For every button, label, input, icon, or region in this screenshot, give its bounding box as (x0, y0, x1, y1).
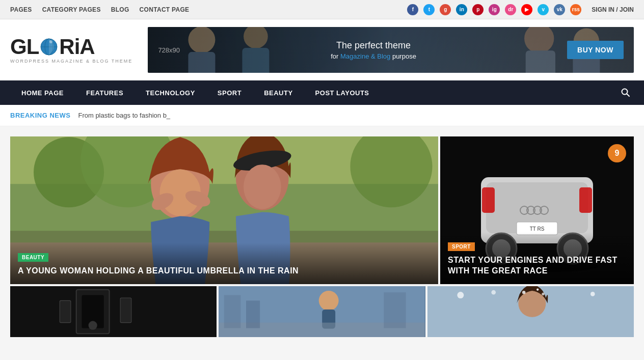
logo-tagline: WORDPRESS MAGAZINE & BLOG THEME (10, 59, 132, 64)
bottom-card-3[interactable] (427, 286, 634, 337)
logo-globe-icon (40, 38, 58, 56)
nav-beauty[interactable]: BEAUTY (253, 80, 304, 105)
pinterest-icon[interactable]: p (472, 4, 484, 15)
svg-point-3 (49, 40, 52, 43)
logo-gl: GL (10, 36, 39, 58)
featured-large-category: BEAUTY (18, 253, 48, 262)
twitter-icon[interactable]: t (423, 4, 435, 15)
svg-point-63 (522, 291, 525, 294)
header: GL RiA WORDPRESS MAGAZINE & BLOG THEME (0, 19, 644, 80)
banner-purpose: purpose (392, 52, 416, 60)
svg-point-61 (591, 292, 595, 296)
banner-subtext: for Magazine & Blog purpose (331, 52, 416, 60)
logo-text: GL RiA (10, 36, 132, 58)
svg-rect-55 (246, 300, 260, 328)
google-plus-icon[interactable]: g (440, 4, 451, 15)
main-content: BEAUTY A YOUNG WOMAN HOLDING A BEAUTIFUL… (0, 126, 644, 347)
nav-sport[interactable]: SPORT (206, 80, 253, 105)
nav-post-layouts[interactable]: POST LAYOUTS (304, 80, 381, 105)
top-bar: PAGES CATEGORY PAGES BLOG CONTACT PAGE f… (0, 0, 644, 19)
number-badge: 9 (608, 144, 626, 162)
nav-blog[interactable]: BLOG (111, 6, 129, 13)
nav-technology[interactable]: TECHNOLOGY (135, 80, 206, 105)
featured-grid: BEAUTY A YOUNG WOMAN HOLDING A BEAUTIFUL… (10, 136, 634, 284)
svg-rect-44 (10, 286, 217, 337)
signin-link[interactable]: SIGN IN / JOIN (592, 6, 634, 13)
banner-content: 728x90 The perfect theme for Magazine & … (148, 40, 634, 60)
top-bar-links: PAGES CATEGORY PAGES BLOG CONTACT PAGE (10, 6, 397, 13)
nav-contact-page[interactable]: CONTACT PAGE (140, 6, 190, 13)
vk-icon[interactable]: vk (554, 4, 565, 15)
nav-home[interactable]: HOME PAGE (10, 80, 75, 105)
banner-headline: The perfect theme (331, 40, 416, 51)
dribbble-icon[interactable]: dr (505, 4, 516, 15)
svg-rect-31 (482, 187, 495, 213)
bottom-grid (10, 286, 634, 337)
main-nav: HOME PAGE FEATURES TECHNOLOGY SPORT BEAU… (0, 80, 644, 105)
svg-point-59 (491, 290, 496, 295)
banner-highlight: Magazine & Blog (340, 52, 390, 60)
svg-rect-32 (579, 187, 592, 213)
svg-rect-49 (120, 298, 131, 323)
facebook-icon[interactable]: f (407, 4, 418, 15)
nav-features[interactable]: FEATURES (75, 80, 135, 105)
breaking-news-text: From plastic bags to fashion b_ (78, 112, 170, 119)
svg-rect-56 (384, 292, 406, 328)
svg-point-65 (542, 293, 544, 295)
nav-category-pages[interactable]: CATEGORY PAGES (42, 6, 101, 13)
featured-large-overlay: BEAUTY A YOUNG WOMAN HOLDING A BEAUTIFUL… (10, 243, 438, 284)
breaking-news-bar: BREAKING NEWS From plastic bags to fashi… (0, 105, 644, 126)
featured-large-card[interactable]: BEAUTY A YOUNG WOMAN HOLDING A BEAUTIFUL… (10, 136, 438, 284)
svg-point-51 (319, 291, 339, 311)
social-icons: f t g in p ig dr ▶ v vk rss (407, 4, 581, 15)
nav-pages[interactable]: PAGES (10, 6, 32, 13)
svg-point-47 (88, 321, 97, 329)
buy-now-button[interactable]: BUY NOW (567, 41, 624, 59)
bottom-card-2[interactable] (219, 286, 425, 337)
nav-links: HOME PAGE FEATURES TECHNOLOGY SPORT BEAU… (10, 80, 618, 105)
logo-ria: RiA (59, 36, 94, 58)
youtube-icon[interactable]: ▶ (521, 4, 532, 15)
rss-icon[interactable]: rss (570, 4, 581, 15)
featured-side-card[interactable]: TT RS 9 SPORT START YOU (440, 136, 634, 284)
vimeo-icon[interactable]: v (538, 4, 549, 15)
logo[interactable]: GL RiA WORDPRESS MAGAZINE & BLOG THEME (10, 36, 132, 64)
instagram-icon[interactable]: ig (489, 4, 500, 15)
search-button[interactable] (618, 85, 634, 101)
banner-size: 728x90 (158, 46, 180, 54)
bottom-card-3-image (427, 286, 634, 337)
svg-line-13 (627, 94, 630, 97)
svg-text:TT RS: TT RS (530, 226, 545, 232)
featured-side-category: SPORT (448, 242, 475, 251)
bottom-card-1[interactable] (10, 286, 217, 337)
featured-side-overlay: SPORT START YOUR ENGINES AND DRIVE FAST … (440, 232, 634, 284)
breaking-news-label: BREAKING NEWS (10, 112, 70, 119)
svg-rect-54 (224, 295, 240, 328)
bottom-card-2-image (219, 286, 425, 337)
svg-point-58 (457, 292, 464, 298)
svg-point-27 (244, 164, 281, 209)
featured-side-title: START YOUR ENGINES AND DRIVE FAST WITH T… (448, 255, 626, 276)
linkedin-icon[interactable]: in (456, 4, 467, 15)
bottom-card-1-image (10, 286, 217, 337)
banner-text: The perfect theme for Magazine & Blog pu… (331, 40, 416, 60)
featured-large-title: A YOUNG WOMAN HOLDING A BEAUTIFUL UMBREL… (18, 266, 431, 276)
banner-ad: 728x90 The perfect theme for Magazine & … (148, 27, 634, 73)
svg-rect-48 (60, 300, 71, 322)
svg-point-64 (536, 289, 539, 291)
